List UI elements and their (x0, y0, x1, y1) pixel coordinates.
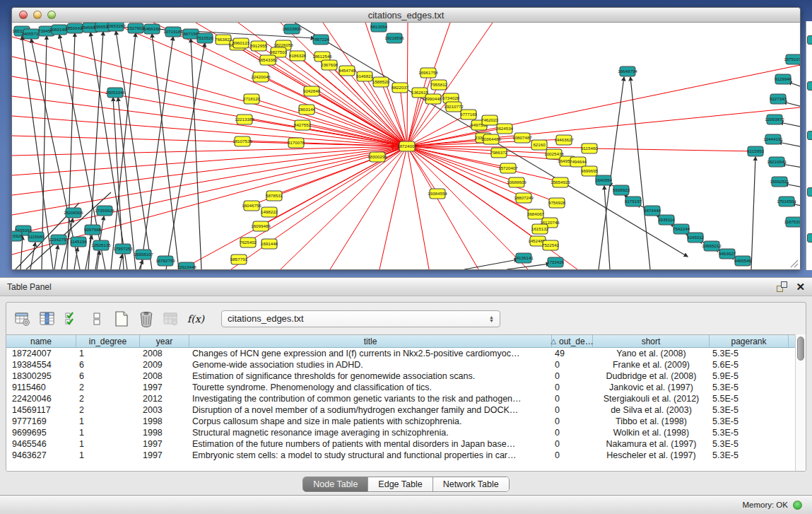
minimize-window-button[interactable] (33, 11, 42, 19)
graph-node[interactable]: 2803144 (298, 105, 316, 115)
graph-node[interactable]: 19218596 (384, 33, 404, 43)
graph-node[interactable]: 1733426 (547, 257, 565, 267)
graph-node[interactable]: 62160 (531, 140, 547, 150)
graph-node[interactable]: 1145194 (70, 237, 87, 247)
column-header-title[interactable]: title (189, 335, 552, 347)
graph-node[interactable]: 9245012 (687, 233, 705, 243)
graph-node[interactable]: 9170078 (288, 138, 305, 148)
new-file-icon[interactable] (112, 310, 131, 328)
graph-node[interactable]: 12444191 (763, 134, 783, 144)
column-header-name[interactable]: name (6, 335, 76, 347)
graph-node[interactable]: 18300295 (367, 152, 387, 162)
network-canvas[interactable]: 1653392824055714739456120691406185004242… (12, 23, 800, 269)
graph-node[interactable]: 9227343 (770, 94, 787, 104)
graph-node[interactable]: 9146821 (356, 71, 374, 81)
graph-node[interactable]: 9242848 (303, 86, 321, 96)
graph-node[interactable]: 3684067 (527, 209, 545, 219)
graph-node[interactable]: 22420046 (251, 72, 271, 82)
graph-node[interactable]: 2367608 (321, 60, 339, 70)
select-column-icon[interactable] (38, 310, 57, 328)
graph-node[interactable]: 7542244 (673, 224, 690, 234)
table-row[interactable]: 911546021997Tourette syndrome. Phenomeno… (6, 382, 806, 393)
citation-network-graph[interactable]: 1653392824055714739456120691406185004242… (12, 23, 800, 269)
graph-node[interactable]: 20364486 (481, 134, 501, 144)
function-builder-icon[interactable]: f(x) (187, 310, 205, 328)
graph-node[interactable]: 7857224 (312, 35, 330, 45)
graph-node[interactable]: 5938923 (613, 185, 630, 195)
tab-node-table[interactable]: Node Table (303, 477, 368, 491)
graph-node[interactable]: 12093872 (765, 115, 784, 124)
graph-node[interactable]: 8186328 (289, 51, 307, 61)
network-view-window[interactable]: citations_edges.txt 16533928240557147394… (11, 7, 801, 270)
graph-node[interactable]: 10688609 (507, 177, 526, 187)
graph-node[interactable]: 1640954 (595, 175, 613, 185)
graph-node[interactable]: 7986372 (490, 148, 508, 158)
tab-edge-table[interactable]: Edge Table (368, 477, 433, 491)
column-header-year[interactable]: year (140, 335, 189, 347)
trash-icon[interactable] (137, 310, 155, 328)
graph-node[interactable]: 9756928 (548, 198, 566, 208)
graph-node[interactable]: 16543382 (258, 55, 278, 65)
graph-node[interactable]: 9115460 (581, 144, 598, 153)
graph-node[interactable]: 18724007 (397, 141, 417, 151)
graph-node[interactable]: 25206506 (64, 208, 83, 218)
graph-node[interactable]: 1498222 (261, 207, 278, 217)
graph-node[interactable]: 15992511 (770, 177, 789, 187)
table-row[interactable]: 2242004622012Investigating the contribut… (6, 393, 806, 404)
graph-node[interactable]: 19384554 (428, 189, 447, 199)
graph-node[interactable]: 2718120 (243, 94, 261, 104)
table-row[interactable]: 969969511998Structural magnetic resonanc… (6, 427, 806, 438)
graph-node[interactable]: 9463627 (719, 249, 736, 259)
graph-node[interactable]: 12923448 (177, 262, 196, 269)
graph-node[interactable]: 12342757 (49, 235, 69, 245)
graph-node[interactable]: 18107539 (233, 136, 252, 146)
graph-node[interactable]: 9777169 (460, 110, 478, 119)
graph-node[interactable]: 9465546 (734, 256, 752, 266)
graph-node[interactable]: 3474444 (644, 206, 661, 216)
graph-node[interactable]: 7955812 (430, 80, 448, 90)
graph-node[interactable]: 11675309 (784, 217, 800, 227)
graph-node[interactable]: 1527602 (127, 23, 145, 33)
column-header-short[interactable]: short (593, 335, 710, 347)
graph-node[interactable]: 25053346 (105, 88, 125, 98)
table-row[interactable]: 1938455462009Genome-wide association stu… (6, 359, 806, 370)
graph-node[interactable]: 8813054 (370, 23, 388, 32)
graph-node[interactable]: 7494644 (570, 157, 587, 167)
row-check-icon[interactable] (63, 310, 81, 328)
table-selector-dropdown[interactable]: citations_edges.txt ▲▼ (221, 310, 500, 327)
graph-node[interactable]: 14136141 (514, 253, 534, 263)
column-header-in_degree[interactable]: in_degree (76, 335, 140, 347)
graph-node[interactable]: 8427552 (294, 120, 312, 130)
graph-node[interactable]: 1588520 (372, 77, 390, 87)
graph-node[interactable]: 16033809 (282, 24, 302, 34)
graph-node[interactable]: 8990448 (425, 94, 442, 104)
graph-node[interactable]: 2935114 (658, 215, 675, 225)
graph-node[interactable]: 8215953 (747, 146, 765, 156)
graph-node[interactable]: 17957253 (113, 244, 133, 254)
maximize-window-button[interactable] (47, 11, 56, 19)
graph-node[interactable]: 12213389 (235, 115, 254, 124)
graph-node[interactable]: 9857791 (230, 255, 248, 264)
graph-node[interactable]: 5878531 (266, 191, 283, 201)
graph-node[interactable]: 8912955 (250, 41, 268, 51)
graph-node[interactable]: 8960123 (233, 38, 250, 48)
graph-node[interactable]: 8454749 (339, 66, 356, 76)
graph-node[interactable]: 18807249 (514, 193, 534, 203)
float-panel-icon[interactable] (777, 281, 787, 292)
graph-node[interactable]: 17359928 (95, 206, 114, 216)
graph-node[interactable]: 3624534 (496, 124, 514, 134)
graph-node[interactable]: 15654923 (551, 177, 570, 187)
graph-node[interactable]: 10965212 (702, 241, 722, 251)
graph-node[interactable]: 10653287 (106, 23, 126, 31)
table-row[interactable]: 946362711997Embryonic stem cells: a mode… (6, 450, 806, 461)
graph-node[interactable]: 7515526 (196, 33, 214, 43)
table-row[interactable]: 1456911722003Disruption of a novel membe… (6, 404, 806, 416)
graph-node[interactable]: 14463627 (554, 135, 574, 145)
graph-node[interactable]: 10807487 (512, 133, 532, 143)
graph-node[interactable]: 16961758 (418, 68, 438, 78)
rows-icon[interactable] (88, 310, 106, 328)
tab-network-table[interactable]: Network Table (433, 477, 509, 491)
table-row[interactable]: 1872400712008Changes of HCN gene express… (6, 348, 806, 359)
graph-node[interactable]: 7522542 (542, 240, 560, 250)
graph-node[interactable]: 9097588 (84, 225, 102, 235)
